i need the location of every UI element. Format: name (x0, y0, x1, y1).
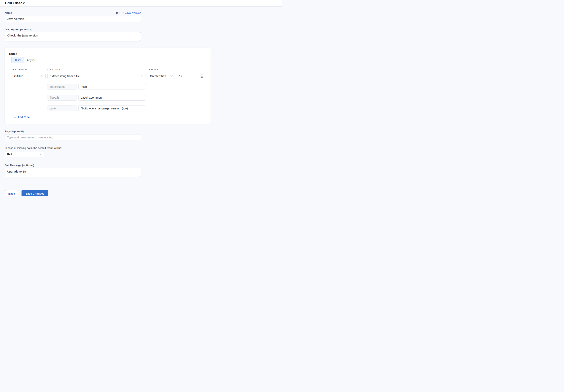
tags-input[interactable] (5, 134, 141, 140)
missing-data-select[interactable]: Fail (5, 151, 44, 157)
delete-rule-button[interactable] (200, 74, 204, 78)
data-point-column-label: Data Point (47, 68, 60, 71)
chevron-down-icon (141, 75, 143, 77)
param-key-field (47, 106, 77, 111)
plus-icon (14, 116, 16, 119)
missing-data-value: Fail (7, 153, 12, 156)
rules-title: Rules (9, 52, 17, 55)
param-value-input[interactable] (78, 106, 146, 111)
check-id-link[interactable]: Java_Version (125, 12, 141, 14)
description-textarea[interactable]: Check the java version (5, 32, 141, 41)
data-point-value: Extract string from a file (50, 75, 80, 78)
check-id-row: Id : Java_Version (116, 12, 141, 14)
operator-value: Greater than (150, 75, 166, 78)
chevron-down-icon (41, 75, 43, 77)
chevron-down-icon (170, 75, 173, 77)
all-of-button[interactable]: All Of (12, 57, 24, 63)
page-title: Edit Check (5, 1, 25, 5)
rules-match-toggle: All Of Any Of (12, 57, 38, 63)
tags-label: Tags (optional) (5, 130, 24, 133)
name-label: Name (5, 12, 12, 14)
param-key-field (47, 84, 77, 90)
add-rule-button[interactable]: Add Rule (14, 116, 30, 119)
data-point-select[interactable]: Extract string from a file (47, 73, 145, 79)
operator-threshold-input[interactable] (177, 73, 196, 79)
info-icon[interactable] (119, 12, 122, 14)
data-source-column-label: Data Source (12, 68, 27, 71)
data-source-select[interactable]: GitHub (12, 73, 46, 79)
add-rule-label: Add Rule (17, 116, 30, 119)
edit-check-page: Edit Check Name Id : Java_Version Descri… (0, 0, 282, 196)
trash-icon (200, 76, 204, 79)
description-label: Description (optional) (5, 28, 32, 31)
id-label: Id (116, 12, 118, 14)
fail-message-label: Fail Message (optional) (5, 164, 34, 167)
chevron-down-icon (40, 154, 42, 155)
param-key-field (47, 95, 77, 101)
param-value-input[interactable] (78, 84, 146, 90)
back-button[interactable]: Back (5, 190, 18, 196)
fail-message-textarea[interactable]: Upgrade to 18 (5, 168, 141, 177)
page-header: Edit Check (0, 0, 282, 7)
param-value-input[interactable] (78, 95, 146, 101)
id-separator: : (123, 12, 124, 14)
operator-column-label: Operator (148, 68, 158, 71)
name-input[interactable] (5, 16, 141, 22)
data-source-value: GitHub (14, 75, 23, 78)
missing-data-label: In case of missing data, the default res… (5, 147, 62, 149)
any-of-button[interactable]: Any Of (24, 57, 38, 63)
save-changes-button[interactable]: Save Changes (22, 190, 48, 196)
operator-select[interactable]: Greater than (148, 73, 175, 79)
